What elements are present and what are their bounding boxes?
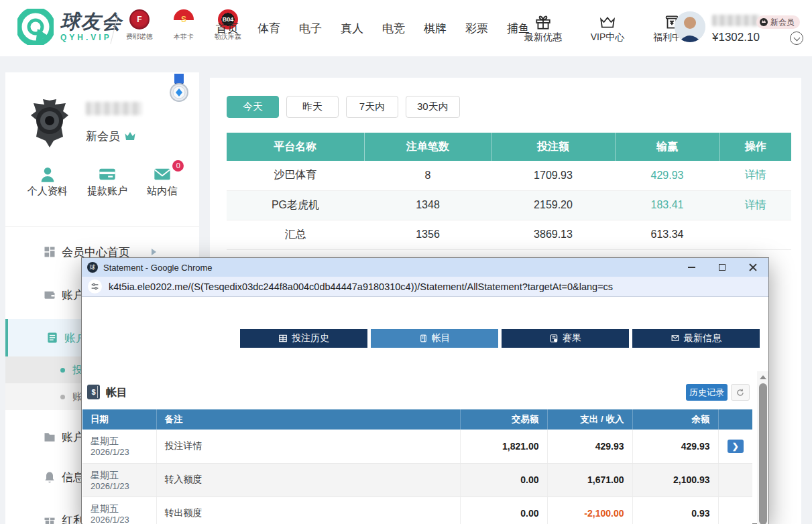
nav-slots[interactable]: 电子 bbox=[299, 21, 322, 36]
address-bar[interactable]: k4t5ia.ele0202.me/(S(Tesqedix03dc244f8a0… bbox=[82, 277, 768, 297]
statement-row: 星期五2026/1/23 投注详情 1,821.00 429.93 429.93… bbox=[82, 430, 752, 463]
section-title: 帐目 bbox=[106, 386, 127, 400]
popup-titlebar[interactable]: 球 Statement - Google Chrome bbox=[82, 258, 768, 277]
table-total-row: 汇总 1356 3869.13 613.34 bbox=[227, 220, 791, 249]
statement-row: 星期五2026/1/23 转出额度 0.00 -2,100.00 0.93 bbox=[82, 497, 752, 524]
history-record-button[interactable]: 历史记录 bbox=[686, 384, 728, 401]
tab-results[interactable]: 赛果 bbox=[502, 329, 629, 348]
site-logo[interactable]: 球友会 QYH.VIP bbox=[17, 9, 123, 45]
main-nav: 首页 体育 电子 真人 电竞 棋牌 彩票 捕鱼 bbox=[216, 0, 530, 56]
avatar-image bbox=[675, 11, 705, 42]
member-shield-avatar[interactable] bbox=[27, 98, 72, 149]
col-action: 操作 bbox=[719, 133, 791, 161]
col-winloss: 输赢 bbox=[615, 133, 719, 161]
table-grid-icon bbox=[278, 334, 288, 343]
folder-icon bbox=[43, 430, 56, 444]
divider bbox=[5, 226, 199, 227]
tab-account-statement[interactable]: 帐目 bbox=[371, 329, 498, 348]
wallet-icon bbox=[43, 288, 56, 302]
col-balance: 余额 bbox=[632, 409, 718, 430]
bullet-icon bbox=[60, 395, 65, 399]
level-medal-icon bbox=[168, 74, 190, 105]
crown-icon bbox=[124, 131, 136, 143]
refresh-button[interactable] bbox=[731, 384, 750, 401]
member-name-redacted bbox=[86, 102, 142, 115]
col-bet-amount: 投注额 bbox=[491, 133, 615, 161]
user-avatar[interactable] bbox=[675, 11, 705, 42]
vip-center-link[interactable]: VIP中心 bbox=[584, 13, 631, 44]
tab-latest-news[interactable]: 最新信息 bbox=[632, 329, 760, 348]
col-expand bbox=[718, 409, 752, 430]
platform-summary-table: 平台名称 注单笔数 投注额 输赢 操作 沙巴体育 8 1709.93 429.9… bbox=[227, 133, 791, 250]
nav-cards[interactable]: 棋牌 bbox=[424, 21, 447, 36]
envelope-icon bbox=[671, 334, 680, 343]
tab-yesterday[interactable]: 昨天 bbox=[286, 96, 339, 118]
inbox-shortcut[interactable]: 0 站内信 bbox=[147, 165, 177, 198]
close-icon bbox=[749, 263, 757, 271]
withdraw-account-shortcut[interactable]: 提款账户 bbox=[87, 165, 127, 198]
crown-icon bbox=[584, 13, 631, 31]
minimize-icon bbox=[688, 267, 695, 268]
table-header-row: 平台名称 注单笔数 投注额 输赢 操作 bbox=[227, 133, 791, 161]
statement-header-row: 日期 备注 交易额 支出 / 收入 余额 bbox=[82, 409, 752, 430]
medal-icon bbox=[760, 18, 768, 26]
username-redacted bbox=[712, 15, 760, 26]
logo-subtitle: QYH.VIP bbox=[60, 33, 123, 42]
site-favicon-icon: 球 bbox=[87, 262, 98, 273]
col-note: 备注 bbox=[156, 409, 460, 430]
col-payout-income: 支出 / 收入 bbox=[547, 409, 632, 430]
balance-amount: ¥1302.10 bbox=[712, 31, 760, 44]
nav-esports[interactable]: 电竞 bbox=[382, 21, 405, 36]
statement-popup-window: 球 Statement - Google Chrome k4t5ia.ele02… bbox=[81, 257, 769, 524]
nav-lottery[interactable]: 彩票 bbox=[465, 21, 488, 36]
vertical-scrollbar[interactable] bbox=[757, 371, 768, 524]
clipboard-list-icon bbox=[46, 331, 59, 344]
top-header: 球友会 QYH.VIP F 费耶诺德 S 本菲卡 B04 勒沃库森 首页 体育 … bbox=[0, 0, 812, 56]
sponsor-benfica[interactable]: S 本菲卡 bbox=[166, 9, 201, 42]
table-row: 沙巴体育 8 1709.93 429.93 详情 bbox=[227, 161, 791, 190]
scroll-up-arrow[interactable] bbox=[757, 373, 768, 382]
statement-row: 星期五2026/1/23 转入额度 0.00 1,671.00 2,100.93 bbox=[82, 463, 752, 497]
site-settings-icon[interactable] bbox=[88, 279, 102, 293]
quick-links: 最新优惠 VIP中心 福利中心 bbox=[520, 0, 695, 56]
url-text: k4t5ia.ele0202.me/(S(Tesqedix03dc244f8a0… bbox=[109, 281, 613, 292]
col-date: 日期 bbox=[82, 409, 156, 430]
nav-home[interactable]: 首页 bbox=[216, 21, 239, 36]
account-statement-table: 日期 备注 交易额 支出 / 收入 余额 星期五2026/1/23 投注详情 1… bbox=[82, 409, 752, 524]
col-platform: 平台名称 bbox=[227, 133, 364, 161]
tab-7days[interactable]: 7天内 bbox=[346, 96, 398, 118]
logo-icon bbox=[17, 9, 54, 45]
maximize-button[interactable] bbox=[707, 258, 738, 277]
nav-sports[interactable]: 体育 bbox=[257, 21, 280, 36]
expand-row-button[interactable]: ❯ bbox=[728, 440, 744, 453]
close-button[interactable] bbox=[738, 258, 768, 277]
promotions-link[interactable]: 最新优惠 bbox=[520, 13, 567, 44]
detail-link[interactable]: 详情 bbox=[745, 199, 766, 210]
gift-icon bbox=[520, 13, 567, 31]
results-doc-icon bbox=[549, 334, 559, 343]
detail-link[interactable]: 详情 bbox=[745, 169, 766, 180]
ledger-icon: $ bbox=[87, 385, 100, 399]
table-row: PG老虎机 1348 2159.20 183.41 详情 bbox=[227, 190, 791, 220]
tab-today[interactable]: 今天 bbox=[227, 96, 279, 118]
bank-card-icon bbox=[87, 165, 127, 185]
inbox-count-badge: 0 bbox=[172, 160, 184, 172]
date-range-tabs: 今天 昨天 7天内 30天内 bbox=[227, 96, 460, 118]
window-title: Statement - Google Chrome bbox=[103, 263, 213, 273]
chevron-down-icon[interactable] bbox=[790, 31, 803, 45]
tab-bet-history[interactable]: 投注历史 bbox=[240, 329, 367, 348]
profile-shortcut[interactable]: 个人资料 bbox=[27, 165, 68, 198]
sponsor-feyenoord[interactable]: F 费耶诺德 bbox=[122, 9, 157, 42]
maximize-icon bbox=[719, 264, 726, 271]
nav-live[interactable]: 真人 bbox=[341, 21, 363, 36]
tab-30days[interactable]: 30天内 bbox=[406, 96, 460, 118]
minimize-button[interactable] bbox=[676, 258, 707, 277]
member-level: 新会员 bbox=[86, 129, 136, 144]
scrollbar-thumb[interactable] bbox=[759, 383, 767, 524]
col-transaction: 交易额 bbox=[460, 409, 547, 430]
grid-icon bbox=[43, 245, 56, 259]
benfica-crest-icon: S bbox=[174, 9, 194, 29]
col-bet-count: 注单笔数 bbox=[364, 133, 491, 161]
bell-icon bbox=[43, 470, 56, 484]
ledger-book-icon bbox=[419, 334, 428, 343]
